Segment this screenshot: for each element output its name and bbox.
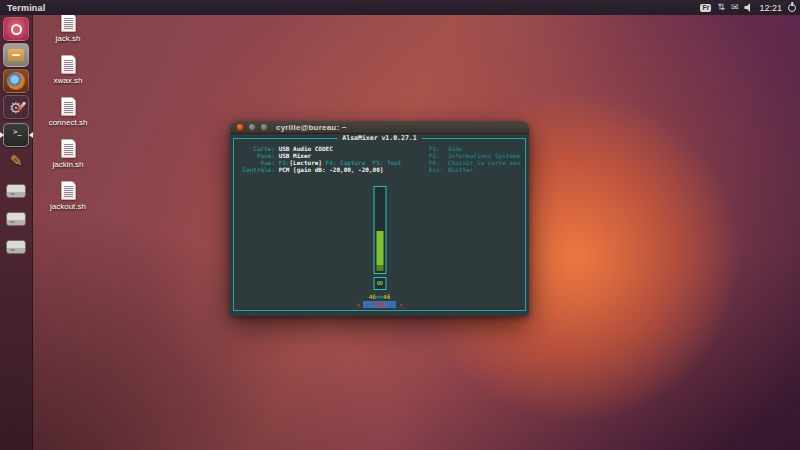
active-app-title[interactable]: Terminal [7, 3, 45, 13]
volume-values: 46<>46 [234, 293, 525, 300]
channel-selector: < PCM > [234, 301, 525, 308]
ubuntu-logo-icon [11, 24, 22, 35]
desktop-icon-label: jack.sh [40, 34, 96, 43]
launcher-item-firefox[interactable] [3, 69, 29, 93]
script-file-icon [61, 97, 76, 116]
desktop-icon-jack[interactable]: jack.sh [40, 13, 96, 43]
control-label: Contrôle: [239, 166, 275, 173]
desktop-icon-label: connect.sh [40, 118, 96, 127]
script-file-icon [61, 139, 76, 158]
terminal-icon: >_ [13, 128, 21, 136]
top-panel: Terminal Fr ⇅ ✉ 12:21 [0, 0, 800, 15]
desktop-icon-label: jackin.sh [40, 160, 96, 169]
mail-icon[interactable]: ✉ [731, 0, 739, 15]
control-value: PCM [gain dB: -20,00, -20,00] [279, 166, 384, 173]
focused-indicator-arrow [29, 132, 33, 138]
chip-row: Puce: USB Mixer [239, 152, 311, 159]
control-row: Contrôle: PCM [gain dB: -20,00, -20,00] [239, 166, 383, 173]
launcher-item-drive-1[interactable] [3, 179, 29, 203]
script-file-icon [61, 181, 76, 200]
help-f6-row: F6:Choisir la carte son [429, 159, 520, 166]
running-indicator-arrow [0, 132, 4, 138]
volume-left: 46 [369, 293, 376, 300]
firefox-icon [7, 72, 25, 90]
volume-fill [376, 231, 383, 271]
card-value: USB Audio CODEC [279, 145, 333, 152]
mute-status: OO [377, 280, 383, 287]
help-f2-row: F2:Informations Système [429, 152, 520, 159]
help-f2-desc: Informations Système [448, 152, 520, 159]
session-power-icon[interactable] [788, 4, 796, 12]
channel-right-arrow: > [399, 301, 403, 308]
view-selected: [Lecture] [289, 159, 322, 166]
window-titlebar[interactable]: cyrille@bureau: ~ [230, 121, 529, 134]
network-arrows-icon[interactable]: ⇅ [717, 0, 725, 15]
launcher-item-dash[interactable] [3, 17, 29, 41]
launcher-item-drive-2[interactable] [3, 207, 29, 231]
maximize-button[interactable] [260, 123, 268, 131]
view-row: Vue: F3:[Lecture] F4: Capture F5: Tout [239, 159, 401, 166]
pen-icon: ✎ [10, 152, 23, 170]
chip-label: Puce: [239, 152, 275, 159]
launcher-item-terminal[interactable]: >_ [3, 123, 29, 147]
help-f1-desc: Aide [448, 145, 462, 152]
close-button[interactable] [236, 123, 244, 131]
desktop-background: Terminal Fr ⇅ ✉ 12:21 ⚙ >_ ✎ [0, 0, 800, 450]
card-label: Carte: [239, 145, 275, 152]
window-title: cyrille@bureau: ~ [276, 123, 347, 132]
volume-icon[interactable] [744, 3, 753, 12]
script-file-icon [61, 13, 76, 32]
terminal-window: cyrille@bureau: ~ AlsaMixer v1.0.27.1 Ca… [230, 121, 529, 316]
launcher-item-files[interactable] [3, 43, 29, 67]
view-rest: F4: Capture F5: Tout [322, 159, 401, 166]
drive-icon [6, 184, 26, 198]
alsamixer-title: AlsaMixer v1.0.27.1 [337, 135, 421, 142]
volume-right: 46 [383, 293, 390, 300]
help-f1-key: F1: [429, 145, 448, 152]
volume-bar [373, 186, 386, 274]
help-esc-desc: Quitter [448, 166, 473, 173]
files-icon [8, 49, 24, 61]
channel-name: PCM [363, 301, 396, 308]
alsamixer-frame: AlsaMixer v1.0.27.1 Carte: USB Audio COD… [233, 138, 526, 311]
drive-icon [6, 212, 26, 226]
launcher-item-settings[interactable]: ⚙ [3, 95, 29, 119]
mute-indicator-box: OO [373, 277, 386, 290]
channel-left-arrow: < [356, 301, 360, 308]
minimize-button[interactable] [248, 123, 256, 131]
help-f6-desc: Choisir la carte son [448, 159, 520, 166]
help-f2-key: F2: [429, 152, 448, 159]
desktop-icon-jackin[interactable]: jackin.sh [40, 139, 96, 169]
desktop-icon-label: jackout.sh [40, 202, 96, 211]
keyboard-layout-indicator[interactable]: Fr [700, 4, 711, 12]
chip-value: USB Mixer [279, 152, 312, 159]
help-esc-key: Esc: [429, 166, 448, 173]
desktop-icon-jackout[interactable]: jackout.sh [40, 181, 96, 211]
view-f3-key: F3: [279, 159, 290, 166]
launcher: ⚙ >_ ✎ [0, 15, 33, 450]
terminal-content[interactable]: AlsaMixer v1.0.27.1 Carte: USB Audio COD… [230, 134, 529, 316]
indicator-area: Fr ⇅ ✉ 12:21 [700, 0, 796, 15]
script-file-icon [61, 55, 76, 74]
launcher-item-drive-3[interactable] [3, 235, 29, 259]
view-label: Vue: [239, 159, 275, 166]
launcher-item-pen[interactable]: ✎ [3, 149, 29, 173]
help-f1-row: F1:Aide [429, 145, 462, 152]
help-esc-row: Esc:Quitter [429, 166, 473, 173]
desktop-icon-connect[interactable]: connect.sh [40, 97, 96, 127]
drive-icon [6, 240, 26, 254]
clock[interactable]: 12:21 [759, 3, 782, 13]
desktop-icon-xwax[interactable]: xwax.sh [40, 55, 96, 85]
help-f6-key: F6: [429, 159, 448, 166]
card-row: Carte: USB Audio CODEC [239, 145, 333, 152]
desktop-icon-label: xwax.sh [40, 76, 96, 85]
